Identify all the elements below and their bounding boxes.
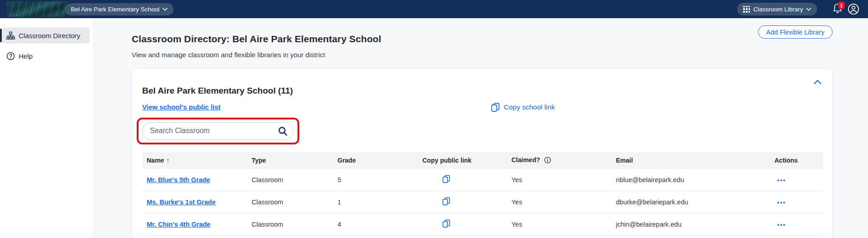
- column-header-email: Email: [611, 152, 770, 169]
- copy-icon: [491, 103, 500, 112]
- copy-public-link-button[interactable]: [442, 175, 450, 183]
- view-public-list-link[interactable]: View school's public list: [142, 103, 221, 111]
- sidebar-item-help[interactable]: Help: [2, 48, 90, 64]
- claimed-cell: Yes: [507, 169, 611, 191]
- add-flexible-library-button[interactable]: Add Flexible Library: [758, 25, 833, 39]
- collapse-card-button[interactable]: [813, 79, 822, 86]
- column-header-type: Type: [247, 152, 333, 169]
- top-nav-bar: Bel Aire Park Elementary School Classroo…: [0, 0, 868, 18]
- claimed-cell: Yes: [507, 213, 611, 236]
- classroom-type-cell: Classroom: [247, 191, 333, 213]
- classroom-grade-cell: 4: [333, 236, 418, 238]
- copy-icon: [442, 197, 450, 206]
- table-row: Ms. R's 4th Grade Classroom 4 Yes cronan…: [142, 236, 823, 238]
- search-classroom-input[interactable]: [143, 123, 293, 139]
- chevron-down-icon: [163, 8, 168, 11]
- row-actions-menu-button[interactable]: •••: [774, 221, 786, 228]
- school-card: Bel Aire Park Elementary School (11) Vie…: [132, 68, 833, 238]
- classroom-type-cell: Classroom: [247, 236, 333, 238]
- copy-school-link-label: Copy school link: [504, 103, 555, 111]
- claimed-cell: Yes: [507, 236, 611, 238]
- classroom-grade-cell: 5: [333, 169, 418, 191]
- annotation-highlight-box: [137, 118, 299, 144]
- column-header-actions: Actions: [770, 152, 823, 169]
- classroom-type-cell: Classroom: [247, 169, 333, 191]
- help-icon: [6, 52, 15, 60]
- table-row: Mr. Chin's 4th Grade Classroom 4 Yes jch…: [142, 213, 823, 236]
- claimed-cell: Yes: [507, 191, 611, 213]
- school-card-title: Bel Aire Park Elementary School (11): [142, 86, 822, 96]
- notifications-button[interactable]: 1: [833, 3, 844, 15]
- sidebar-item-classroom-directory[interactable]: Classroom Directory: [2, 27, 90, 44]
- copy-icon: [442, 219, 450, 228]
- column-header-name[interactable]: Name↑: [142, 152, 247, 169]
- copy-icon: [442, 175, 450, 183]
- page-subtitle: View and manage classroom and flexible l…: [132, 51, 868, 59]
- copy-public-link-button[interactable]: [442, 197, 450, 206]
- classroom-table: Name↑ Type Grade Copy public link Claime…: [142, 152, 823, 238]
- apps-grid-icon: [743, 6, 750, 13]
- sidebar-item-label: Classroom Directory: [19, 32, 80, 40]
- account-menu-button[interactable]: [848, 3, 859, 17]
- column-header-grade: Grade: [333, 152, 418, 169]
- app-switcher-label: Classroom Library: [753, 6, 803, 13]
- notification-badge: 1: [838, 1, 845, 9]
- row-actions-menu-button[interactable]: •••: [774, 199, 786, 206]
- classroom-name-link[interactable]: Mr. Blue's 5th Grade: [147, 176, 210, 183]
- app-switcher-dropdown[interactable]: Classroom Library: [737, 3, 817, 15]
- row-actions-menu-button[interactable]: •••: [774, 177, 786, 183]
- table-row: Ms. Burke's 1st Grade Classroom 1 Yes db…: [142, 191, 823, 213]
- sidebar-item-label: Help: [19, 52, 33, 60]
- page-title: Classroom Directory: Bel Aire Park Eleme…: [132, 34, 868, 45]
- school-selector-label: Bel Aire Park Elementary School: [71, 6, 159, 13]
- email-cell: jchin@belairepark.edu: [611, 213, 770, 236]
- classroom-grade-cell: 4: [333, 213, 418, 236]
- classroom-search-box: [142, 122, 294, 140]
- column-header-copy-public-link: Copy public link: [418, 152, 507, 169]
- copy-public-link-button[interactable]: [442, 219, 450, 228]
- classroom-name-link[interactable]: Ms. Burke's 1st Grade: [147, 198, 216, 206]
- account-avatar-icon: [848, 3, 859, 15]
- classroom-type-cell: Classroom: [247, 213, 333, 236]
- table-row: Mr. Blue's 5th Grade Classroom 5 Yes nbl…: [142, 169, 823, 191]
- email-cell: cronan@belairepark.edu: [611, 236, 770, 238]
- chevron-down-icon: [806, 8, 811, 11]
- school-selector-dropdown[interactable]: Bel Aire Park Elementary School: [65, 3, 174, 15]
- card-links-row: View school's public list Copy school li…: [142, 103, 822, 112]
- table-header-row: Name↑ Type Grade Copy public link Claime…: [142, 152, 823, 169]
- chevron-up-icon: [813, 79, 822, 84]
- active-item-accent-bar: [0, 29, 2, 42]
- info-icon[interactable]: [544, 157, 551, 165]
- classroom-name-link[interactable]: Mr. Chin's 4th Grade: [147, 221, 210, 228]
- sort-ascending-icon: ↑: [166, 157, 169, 164]
- school-banner-image: [7, 1, 71, 17]
- main-content: Classroom Directory: Bel Aire Park Eleme…: [94, 18, 868, 238]
- sitemap-icon: [6, 31, 15, 40]
- email-cell: dburke@belariepark.edu: [611, 191, 770, 213]
- classroom-grade-cell: 1: [333, 191, 418, 213]
- copy-school-link[interactable]: Copy school link: [491, 103, 555, 112]
- search-icon[interactable]: [278, 126, 288, 138]
- email-cell: nblue@belairepark.edu: [611, 169, 770, 191]
- column-header-claimed: Claimed?: [507, 152, 611, 169]
- left-sidebar: Classroom Directory Help: [0, 18, 94, 238]
